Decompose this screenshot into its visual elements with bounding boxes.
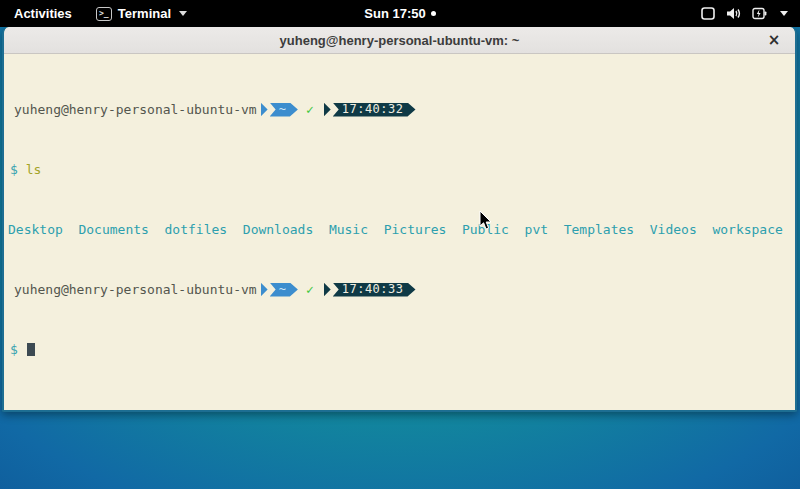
powerline-arrow-icon	[324, 103, 331, 117]
activities-button[interactable]: Activities	[0, 0, 86, 27]
spacer	[18, 162, 26, 177]
screen-icon	[701, 7, 715, 20]
terminal-window: yuheng@henry-personal-ubuntu-vm: ~ × yuh…	[2, 27, 797, 412]
chevron-down-icon	[778, 11, 788, 16]
ls-output: Desktop Documents dotfiles Downloads Mus…	[6, 222, 783, 237]
powerline-arrow-icon	[261, 283, 268, 297]
powerline-time-segment: 17:40:32	[324, 103, 416, 117]
app-menu-label: Terminal	[118, 6, 171, 21]
prompt-line-2: yuheng@henry-personal-ubuntu-vm ~ ✓ 17:4…	[6, 282, 793, 297]
top-bar: Activities >_ Terminal Sun 17:50	[0, 0, 800, 27]
battery-charging-icon	[752, 7, 767, 20]
window-titlebar[interactable]: yuheng@henry-personal-ubuntu-vm: ~ ×	[4, 27, 795, 54]
chevron-down-icon	[179, 11, 187, 16]
powerline-arrow-icon	[324, 283, 331, 297]
close-icon[interactable]: ×	[764, 30, 784, 50]
app-menu[interactable]: >_ Terminal	[86, 0, 197, 27]
powerline-path-segment: ~	[261, 103, 298, 117]
spacer	[18, 342, 26, 357]
prompt-timestamp-1: 17:40:32	[333, 103, 416, 117]
volume-icon	[726, 7, 741, 20]
prompt-timestamp-2: 17:40:33	[333, 283, 416, 297]
ls-output-line: Desktop Documents dotfiles Downloads Mus…	[6, 222, 793, 237]
window-title: yuheng@henry-personal-ubuntu-vm: ~	[280, 33, 520, 48]
terminal-app-icon: >_	[96, 7, 112, 21]
powerline-path-segment: ~	[261, 283, 298, 297]
powerline-time-segment: 17:40:33	[324, 283, 416, 297]
prompt-line-1: yuheng@henry-personal-ubuntu-vm ~ ✓ 17:4…	[6, 102, 793, 117]
prompt-dollar: $	[6, 342, 18, 357]
terminal-content[interactable]: yuheng@henry-personal-ubuntu-vm ~ ✓ 17:4…	[4, 54, 795, 410]
command-line: $ ls	[6, 162, 793, 177]
prompt-dollar: $	[6, 162, 18, 177]
powerline-arrow-icon	[261, 103, 268, 117]
prompt-username: yuheng@henry-personal-ubuntu-vm	[6, 102, 257, 117]
notification-dot-icon	[431, 11, 436, 16]
check-icon: ✓	[306, 282, 314, 297]
system-status-area[interactable]	[689, 0, 800, 27]
command-text: ls	[26, 162, 42, 177]
prompt-path: ~	[270, 103, 298, 117]
clock[interactable]: Sun 17:50	[364, 6, 425, 21]
prompt-path: ~	[270, 283, 298, 297]
prompt-username: yuheng@henry-personal-ubuntu-vm	[6, 282, 257, 297]
input-line[interactable]: $	[6, 342, 793, 357]
check-icon: ✓	[306, 102, 314, 117]
terminal-cursor	[27, 343, 35, 356]
